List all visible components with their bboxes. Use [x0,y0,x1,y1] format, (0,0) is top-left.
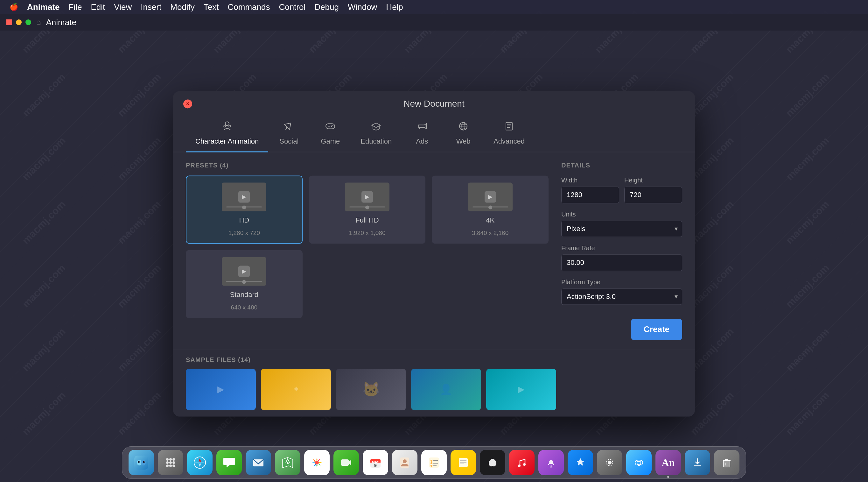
apple-menu[interactable]: 🍎 [5,0,23,14]
preset-4k[interactable]: ▶ 4K 3,840 x 2,160 [432,175,549,244]
tab-social[interactable]: Social [268,117,310,152]
dock-messages[interactable] [216,450,242,475]
menu-window[interactable]: Window [343,0,381,14]
menu-animate[interactable]: Animate [23,0,64,14]
menu-debug[interactable]: Debug [310,0,343,14]
svg-point-21 [138,461,140,463]
units-field-group: Units Pixels Inches Centimeters Points [561,211,682,237]
dock: MAY 9 [122,446,746,479]
sample-file-2[interactable]: ✦ [261,369,331,410]
platform-select-wrapper: ActionScript 3.0 HTML5 Canvas WebGL [561,289,682,305]
details-section: DETAILS Width Height Units Pixels Inches [561,162,682,340]
sample-file-3[interactable]: 🐱 [336,369,406,410]
dock-appstore[interactable] [568,450,593,475]
menu-control[interactable]: Control [274,0,310,14]
preset-fullhd-size: 1,920 x 1,080 [349,230,385,237]
dock-trash[interactable] [714,450,740,475]
dialog-close-button[interactable]: × [183,99,192,108]
svg-point-30 [173,461,175,464]
width-input[interactable] [561,186,619,203]
dock-launchpad[interactable] [158,450,183,475]
dock-facetime[interactable] [334,450,359,475]
dock-maps[interactable] [275,450,300,475]
svg-point-63 [523,463,526,466]
dock-reminders[interactable] [421,450,447,475]
menu-view[interactable]: View [110,0,136,14]
dock-appletv[interactable] [480,450,505,475]
character-animation-icon [221,120,233,135]
dock-photos[interactable] [304,450,330,475]
menu-file[interactable]: File [64,0,87,14]
preset-hd-name: HD [239,216,249,224]
svg-point-1 [224,125,225,127]
tab-game[interactable]: Game [310,117,351,152]
advanced-icon [503,120,515,135]
dock-safari[interactable] [187,450,213,475]
dock-mail[interactable] [246,450,271,475]
svg-marker-35 [198,458,201,462]
tab-character-animation[interactable]: Character Animation [186,117,268,152]
preset-4k-thumbnail: ▶ [468,182,513,211]
svg-point-33 [173,464,175,467]
width-label: Width [561,177,619,184]
dialog-title: New Document [403,99,464,109]
preset-standard-thumbnail: ▶ [222,257,266,285]
tab-ads[interactable]: Ads [401,117,442,152]
menu-edit[interactable]: Edit [86,0,110,14]
platform-select[interactable]: ActionScript 3.0 HTML5 Canvas WebGL [561,289,682,305]
menu-commands[interactable]: Commands [223,0,274,14]
preset-fullhd-play-icon: ▶ [362,191,373,203]
preset-hd-play-icon: ▶ [238,191,250,203]
dock-notes[interactable] [451,450,476,475]
traffic-green[interactable] [26,20,31,25]
tab-character-animation-label: Character Animation [195,137,259,146]
preset-fullhd-thumbnail: ▶ [345,182,390,211]
menu-insert[interactable]: Insert [136,0,166,14]
svg-point-26 [169,458,172,461]
svg-point-31 [166,464,168,467]
preset-fullhd[interactable]: ▶ Full HD 1,920 x 1,080 [309,175,426,244]
height-input[interactable] [624,186,682,203]
tab-education[interactable]: Education [351,117,401,152]
sample-file-1[interactable]: ▶ [186,369,256,410]
preset-standard[interactable]: ▶ Standard 640 x 480 [186,250,303,318]
framerate-input[interactable] [561,254,682,271]
svg-marker-36 [198,463,201,467]
units-label: Units [561,211,682,218]
create-button[interactable]: Create [631,319,682,340]
framerate-field-group: Frame Rate [561,244,682,271]
menu-text[interactable]: Text [199,0,223,14]
menu-help[interactable]: Help [381,0,407,14]
dock-system-preferences[interactable] [597,450,622,475]
dimensions-row: Width Height [561,177,682,203]
height-label: Height [624,177,682,184]
svg-point-62 [518,464,521,467]
traffic-yellow[interactable] [16,20,22,25]
traffic-red[interactable] [6,20,12,25]
svg-rect-58 [459,458,468,467]
height-field-group: Height [624,177,682,203]
sample-file-5[interactable]: ▶ [486,369,556,410]
preset-hd[interactable]: ▶ HD 1,280 x 720 [186,175,303,244]
dock-animate[interactable]: An [655,450,681,475]
svg-point-28 [166,461,168,464]
svg-point-27 [173,458,175,461]
tab-web[interactable]: Web [442,117,484,152]
menu-modify[interactable]: Modify [166,0,199,14]
sample-files-row: ▶ ✦ 🐱 👤 ▶ [186,369,682,410]
tab-advanced[interactable]: Advanced [484,117,534,152]
dock-calendar[interactable]: MAY 9 [363,450,388,475]
dock-downloads[interactable] [685,450,710,475]
ads-icon [416,120,428,135]
dock-music[interactable] [509,450,534,475]
sample-file-4[interactable]: 👤 [411,369,481,410]
svg-rect-42 [341,459,349,466]
dock-airdrop[interactable] [626,450,652,475]
presets-grid: ▶ HD 1,280 x 720 ▶ Full HD 1,920 x 1,080 [186,175,549,318]
units-select[interactable]: Pixels Inches Centimeters Points [561,221,682,237]
tab-game-label: Game [321,137,340,146]
dock-finder[interactable] [128,450,154,475]
dock-contacts[interactable] [392,450,417,475]
svg-point-52 [431,460,432,462]
dock-podcasts[interactable] [538,450,564,475]
